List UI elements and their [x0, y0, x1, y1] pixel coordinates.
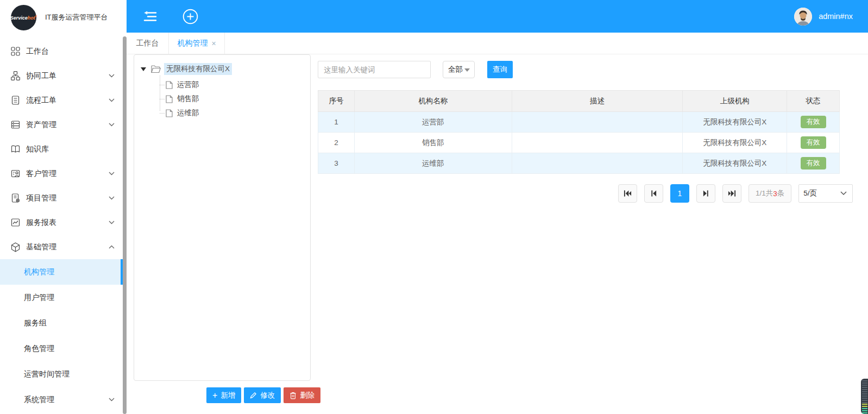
folder-open-icon	[151, 65, 161, 73]
menu-label: 客户管理	[26, 169, 56, 179]
delete-button[interactable]: 删除	[284, 387, 320, 403]
edit-button-label: 修改	[260, 391, 275, 400]
chevron-down-icon	[109, 398, 115, 402]
pagination: 1 1/1共3条 5/页	[618, 184, 853, 203]
tree-node-dept[interactable]: 销售部	[166, 92, 310, 106]
cell-desc	[512, 153, 683, 174]
tree-node-label: 运维部	[177, 108, 199, 118]
menu-label: 基础管理	[26, 242, 56, 252]
sidebar-item-workbench[interactable]: 工作台	[0, 39, 123, 64]
tabbar: 工作台 机构管理 ×	[127, 33, 868, 54]
sidebar-item-system-mgmt[interactable]: 系统管理	[0, 387, 123, 412]
sidebar-item-role-mgmt[interactable]: 角色管理	[0, 336, 123, 361]
file-icon	[166, 95, 173, 103]
logo-registered-mark: ®	[35, 15, 37, 18]
add-circle-icon[interactable]	[181, 7, 199, 26]
book-icon	[11, 145, 20, 154]
sidebar-item-service-reports[interactable]: 服务报表	[0, 210, 123, 235]
cell-parent: 无限科技有限公司X	[683, 153, 787, 174]
table-row[interactable]: 1 运营部 无限科技有限公司X 有效	[318, 112, 840, 133]
tree-root-label[interactable]: 无限科技有限公司X	[164, 63, 232, 75]
sidebar-item-basic-mgmt[interactable]: 基础管理	[0, 235, 123, 259]
page-summary-suffix: 条	[777, 189, 785, 198]
table-header-row: 序号 机构名称 描述 上级机构 状态	[318, 91, 840, 112]
sidebar-item-operation-time-mgmt[interactable]: 运营时间管理	[0, 361, 123, 387]
collapse-sidebar-icon[interactable]	[141, 7, 159, 26]
trash-icon	[290, 392, 297, 399]
table-row[interactable]: 2 销售部 无限科技有限公司X 有效	[318, 133, 840, 153]
caret-down-icon	[464, 68, 470, 72]
tree-node-dept[interactable]: 运营部	[166, 78, 310, 92]
sidebar-item-user-mgmt[interactable]: 用户管理	[0, 285, 123, 310]
sidebar-item-asset-mgmt[interactable]: 资产管理	[0, 112, 123, 137]
next-page-button[interactable]	[696, 184, 715, 203]
tree-actions: + 新增 修改 删除	[206, 387, 320, 403]
logo-text-service: Service	[10, 15, 28, 21]
avatar	[794, 8, 812, 26]
keyword-search-input[interactable]	[318, 61, 431, 78]
table-row[interactable]: 3 运维部 无限科技有限公司X 有效	[318, 153, 840, 174]
tab-org-mgmt[interactable]: 机构管理 ×	[169, 33, 225, 54]
add-button[interactable]: + 新增	[206, 387, 241, 403]
status-badge: 有效	[801, 136, 826, 149]
last-page-button[interactable]	[722, 184, 741, 203]
close-icon[interactable]: ×	[211, 39, 216, 48]
submenu-label: 机构管理	[24, 267, 54, 277]
org-chart-icon	[11, 71, 20, 80]
menu-label: 项目管理	[26, 193, 56, 203]
tab-workbench[interactable]: 工作台	[127, 33, 169, 54]
cell-parent: 无限科技有限公司X	[683, 133, 787, 153]
report-chart-icon	[11, 218, 20, 227]
page-size-value: 5/页	[803, 189, 817, 198]
widget-stripes-teal	[862, 408, 867, 414]
col-header-desc: 描述	[512, 91, 683, 112]
search-button[interactable]: 查询	[487, 61, 513, 78]
status-badge: 有效	[801, 116, 826, 128]
scope-select-value: 全部	[448, 65, 463, 74]
app-title: IT服务运营管理平台	[45, 12, 108, 22]
chevron-down-icon	[109, 98, 115, 102]
file-icon	[166, 109, 173, 117]
first-page-icon	[624, 190, 632, 197]
edit-button[interactable]: 修改	[244, 387, 281, 403]
sidebar-item-project-mgmt[interactable]: 项目管理	[0, 186, 123, 210]
grid-icon	[11, 47, 20, 56]
sidebar: Servicehot® IT服务运营管理平台 工作台 协同工单	[0, 0, 127, 414]
prev-page-button[interactable]	[644, 184, 663, 203]
scope-select[interactable]: 全部	[443, 61, 475, 78]
file-icon	[166, 81, 173, 89]
page-summary: 1/1共3条	[749, 184, 791, 203]
sidebar-item-knowledge-base[interactable]: 知识库	[0, 137, 123, 161]
page-size-select[interactable]: 5/页	[798, 184, 853, 203]
app-root: Servicehot® IT服务运营管理平台 工作台 协同工单	[0, 0, 868, 414]
chevron-up-icon	[109, 245, 115, 249]
user-menu[interactable]: admin#nx	[794, 8, 853, 26]
cell-name: 运营部	[354, 112, 512, 133]
sidebar-item-collab-orders[interactable]: 协同工单	[0, 64, 123, 88]
form-icon	[11, 96, 20, 105]
caret-down-icon[interactable]	[141, 67, 146, 71]
col-header-name: 机构名称	[354, 91, 512, 112]
browser-extension-widget[interactable]	[861, 379, 868, 414]
sidebar-item-customer-mgmt[interactable]: 客户管理	[0, 161, 123, 186]
submenu-label: 角色管理	[24, 344, 54, 354]
cell-seq: 1	[318, 112, 355, 133]
sidebar-item-process-orders[interactable]: 流程工单	[0, 88, 123, 112]
submenu-label: 系统管理	[24, 395, 54, 405]
cell-desc	[512, 112, 683, 133]
current-page-button[interactable]: 1	[670, 184, 689, 203]
org-tree-panel: 无限科技有限公司X 运营部 销售部 运维部	[134, 54, 311, 381]
first-page-button[interactable]	[618, 184, 637, 203]
tree-node-root[interactable]: 无限科技有限公司X	[141, 62, 310, 76]
cell-name: 销售部	[354, 133, 512, 153]
sidebar-item-org-mgmt[interactable]: 机构管理	[0, 259, 123, 285]
sidebar-scrollbar[interactable]	[123, 36, 127, 414]
sidebar-item-service-group[interactable]: 服务组	[0, 310, 123, 336]
menu-label: 协同工单	[26, 71, 56, 81]
tree-node-dept[interactable]: 运维部	[166, 106, 310, 120]
col-header-seq: 序号	[318, 91, 355, 112]
chevron-down-icon	[840, 191, 847, 196]
add-button-label: 新增	[221, 391, 235, 400]
next-page-icon	[702, 190, 709, 197]
col-header-status: 状态	[787, 91, 840, 112]
